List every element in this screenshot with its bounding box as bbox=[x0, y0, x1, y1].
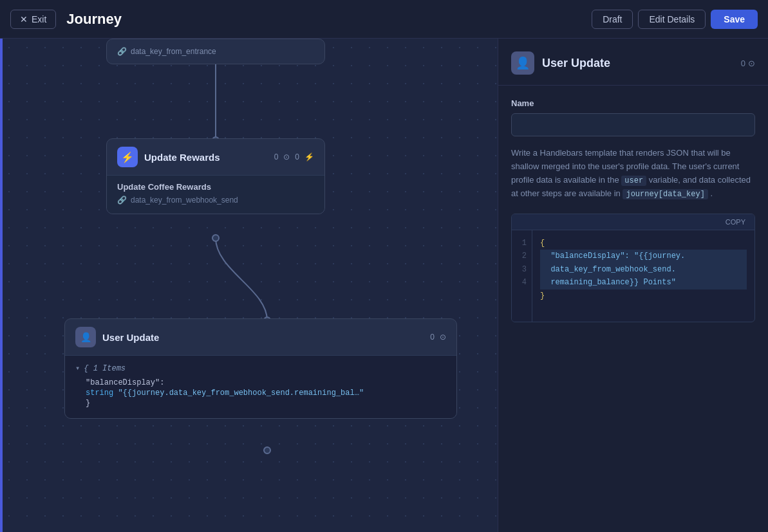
rewards-node-body: Update Coffee Rewards 🔗 data_key_from_we… bbox=[107, 175, 324, 214]
code-line-empty bbox=[540, 302, 747, 315]
code-line-1: "balanceDisplay": bbox=[75, 378, 446, 387]
copy-button[interactable]: COPY bbox=[722, 217, 749, 227]
draft-button[interactable]: Draft bbox=[592, 10, 633, 29]
right-panel: 👤 User Update 0 ⊙ Name Write a Handlebar… bbox=[498, 39, 768, 532]
page-title: Journey bbox=[66, 11, 581, 28]
code-editor-toolbar: COPY bbox=[512, 214, 754, 230]
panel-header: 👤 User Update 0 ⊙ bbox=[498, 39, 768, 86]
name-field-label: Name bbox=[511, 98, 755, 108]
panel-content: Name Write a Handlebars template that re… bbox=[498, 86, 768, 532]
code-fold-row: ▾ { 1 Items bbox=[75, 363, 446, 373]
code-editor: COPY 1 2 3 4 { bbox=[511, 214, 755, 322]
rewards-node-title: Update Rewards bbox=[144, 152, 268, 163]
user-update-ok-icon: ⊙ bbox=[440, 333, 446, 342]
left-accent-bar bbox=[0, 39, 3, 532]
code-text[interactable]: { "balanceDisplay": "{{journey. data_key… bbox=[532, 230, 754, 322]
code-line-key2: data_key_from_webhook_send. bbox=[540, 263, 747, 276]
lightning-icon: ⚡ bbox=[117, 147, 138, 167]
line-num-4: 3 bbox=[517, 263, 527, 276]
x-icon: ✕ bbox=[20, 14, 28, 24]
node-header-rewards: ⚡ Update Rewards 0 ⊙ 0 ⚡ bbox=[107, 139, 324, 175]
update-rewards-node[interactable]: ⚡ Update Rewards 0 ⊙ 0 ⚡ Update Coffee R… bbox=[106, 138, 325, 214]
line-num-2: 2 bbox=[517, 250, 527, 262]
panel-count-icon: ⊙ bbox=[748, 59, 755, 68]
chevron-down-icon: ▾ bbox=[75, 363, 80, 373]
edit-details-button[interactable]: Edit Details bbox=[638, 10, 706, 29]
node-header-user-update: 👤 User Update 0 ⊙ bbox=[65, 319, 456, 355]
name-input[interactable] bbox=[511, 113, 755, 136]
code-line-2: string "{{journey.data_key_from_webhook_… bbox=[75, 389, 446, 398]
user-update-node[interactable]: 👤 User Update 0 ⊙ ▾ { 1 Items "balanceDi… bbox=[64, 318, 457, 419]
lightning-count: 0 bbox=[295, 152, 299, 161]
panel-count-value: 0 bbox=[741, 59, 745, 68]
code-line-3: } bbox=[75, 399, 446, 408]
line-numbers: 1 2 3 4 bbox=[512, 230, 532, 322]
exit-button[interactable]: ✕ Exit bbox=[10, 10, 56, 29]
rewards-body-title: Update Coffee Rewards bbox=[117, 182, 314, 192]
save-button[interactable]: Save bbox=[711, 10, 758, 29]
exit-label: Exit bbox=[32, 14, 46, 24]
main-layout: 🔗 data_key_from_entrance ⚡ Update Reward… bbox=[0, 39, 768, 532]
journey-code-snippet: journey[data_key] bbox=[623, 189, 707, 199]
code-line-key3: remaining_balance}} Points" bbox=[540, 276, 747, 289]
connector-lines bbox=[0, 39, 498, 532]
connector-dot-2 bbox=[212, 234, 220, 242]
entrance-data-key: 🔗 data_key_from_entrance bbox=[117, 47, 314, 56]
string-type-label: string bbox=[86, 389, 113, 398]
user-update-node-title: User Update bbox=[102, 332, 424, 343]
items-label: { 1 Items bbox=[84, 364, 126, 373]
ok-count: 0 bbox=[274, 152, 279, 161]
user-update-code-body: ▾ { 1 Items "balanceDisplay": string "{{… bbox=[65, 355, 456, 418]
ok-icon: ⊙ bbox=[283, 152, 290, 161]
code-editor-body[interactable]: 1 2 3 4 { "balanceDisplay": "{{journey. bbox=[512, 230, 754, 322]
panel-title: User Update bbox=[542, 57, 733, 70]
connector-dot-4 bbox=[263, 446, 271, 454]
panel-count: 0 ⊙ bbox=[741, 59, 755, 68]
user-code-snippet: user bbox=[621, 176, 646, 186]
header: ✕ Exit Journey Draft Edit Details Save bbox=[0, 0, 768, 39]
code-line-brace-close: } bbox=[540, 289, 747, 302]
panel-user-icon: 👤 bbox=[511, 51, 534, 75]
key-icon: 🔗 bbox=[117, 47, 127, 56]
lightning-stat-icon: ⚡ bbox=[304, 152, 314, 161]
code-line-key: "balanceDisplay": "{{journey. bbox=[540, 250, 747, 262]
line-num-5: 4 bbox=[517, 276, 527, 289]
rewards-node-stats: 0 ⊙ 0 ⚡ bbox=[274, 152, 314, 161]
description-text: Write a Handlebars template that renders… bbox=[511, 147, 755, 201]
rewards-data-key: 🔗 data_key_from_webhook_send bbox=[117, 196, 314, 205]
journey-canvas[interactable]: 🔗 data_key_from_entrance ⚡ Update Reward… bbox=[0, 39, 498, 532]
header-actions: Draft Edit Details Save bbox=[592, 10, 758, 29]
entrance-node[interactable]: 🔗 data_key_from_entrance bbox=[106, 39, 325, 64]
string-value: "{{journey.data_key_from_webhook_send.re… bbox=[118, 389, 364, 398]
line-num-1: 1 bbox=[517, 237, 527, 250]
user-update-stats: 0 ⊙ bbox=[430, 333, 446, 342]
user-icon-node: 👤 bbox=[75, 327, 96, 347]
code-line-brace-open: { bbox=[540, 237, 747, 250]
user-update-count: 0 bbox=[430, 333, 435, 342]
key-icon2: 🔗 bbox=[117, 196, 127, 205]
